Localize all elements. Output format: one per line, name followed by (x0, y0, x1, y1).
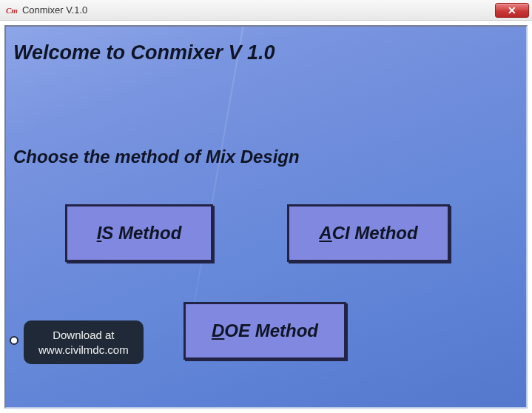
is-method-label: IS Method (97, 223, 182, 244)
tooltip-line2: www.civilmdc.com (38, 343, 129, 356)
main-panel: Welcome to Conmixer V 1.0 Choose the met… (4, 25, 528, 409)
app-icon: Cm (6, 6, 18, 15)
doe-method-label: DOE Method (212, 320, 318, 341)
aci-method-button[interactable]: ACI Method (287, 204, 450, 262)
titlebar: Cm Conmixer V.1.0 ✕ (0, 0, 532, 21)
welcome-heading: Welcome to Conmixer V 1.0 (13, 41, 275, 64)
aci-method-label: ACI Method (319, 223, 417, 244)
client-area: Welcome to Conmixer V 1.0 Choose the met… (0, 21, 532, 413)
is-method-button[interactable]: IS Method (65, 204, 213, 262)
tooltip-anchor-dot (10, 336, 18, 345)
download-tooltip: Download at www.civilmdc.com (24, 320, 144, 364)
doe-method-button[interactable]: DOE Method (183, 302, 346, 360)
titlebar-left: Cm Conmixer V.1.0 (6, 4, 87, 16)
choose-method-label: Choose the method of Mix Design (13, 147, 300, 167)
window-title: Conmixer V.1.0 (22, 4, 87, 16)
close-icon: ✕ (508, 5, 516, 16)
tooltip-line1: Download at (53, 329, 114, 341)
close-button[interactable]: ✕ (495, 3, 529, 18)
